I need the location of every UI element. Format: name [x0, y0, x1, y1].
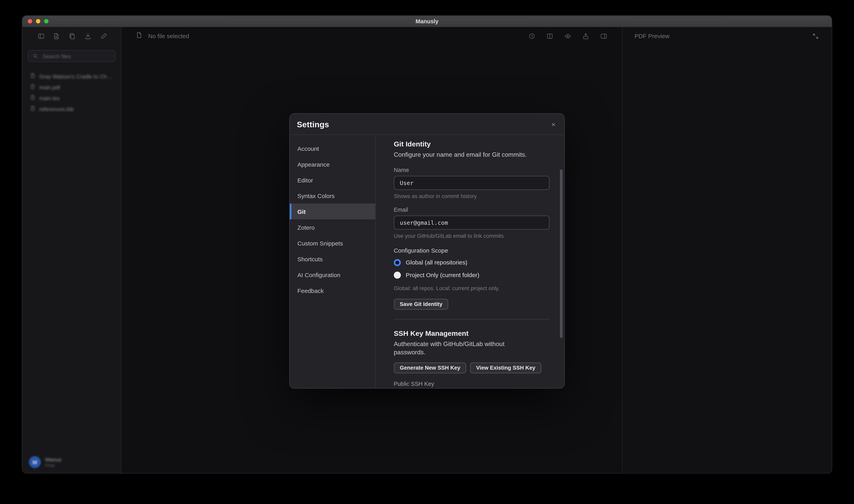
editor-toolbar: No file selected — [121, 27, 622, 45]
settings-nav-feedback[interactable]: Feedback — [290, 283, 375, 298]
file-list-item[interactable]: main.tex — [22, 92, 121, 103]
panel-toggle-icon[interactable] — [599, 32, 608, 40]
generate-new-ssh-key-button[interactable]: Generate New SSH Key — [394, 362, 466, 373]
scope-option-project[interactable]: Project Only (current folder) — [394, 271, 550, 278]
user-account[interactable]: M Manus Free — [29, 456, 61, 468]
radio-selected-icon[interactable] — [394, 259, 401, 266]
file-name: main.pdf — [39, 84, 60, 90]
name-hint: Shows as author in commit history — [394, 193, 550, 199]
window-title: Manusly — [415, 18, 439, 24]
import-icon[interactable] — [84, 32, 92, 40]
settings-nav-git[interactable]: Git — [290, 203, 375, 219]
avatar: M — [29, 456, 41, 468]
scope-option-label: Global (all repositories) — [406, 259, 467, 266]
user-name: Manus — [45, 456, 62, 462]
scope-option-global[interactable]: Global (all repositories) — [394, 259, 550, 266]
close-icon[interactable]: × — [550, 120, 557, 129]
name-field[interactable] — [394, 176, 550, 190]
file-list: Gray Watson's Cradle to Chan... main.pdf… — [22, 71, 121, 114]
settings-nav-ai-configuration[interactable]: AI Configuration — [290, 267, 375, 283]
copy-icon[interactable] — [68, 32, 76, 40]
ssh-buttons-row: Generate New SSH Key View Existing SSH K… — [394, 362, 550, 373]
git-identity-description: Configure your name and email for Git co… — [394, 151, 550, 159]
search-input[interactable] — [41, 53, 110, 60]
zoom-window-button[interactable] — [44, 19, 49, 23]
search-box — [28, 50, 115, 62]
sidebar-toggle-icon[interactable] — [37, 32, 45, 40]
settings-nav-account[interactable]: Account — [290, 140, 375, 156]
settings-title: Settings — [297, 120, 329, 129]
minimize-window-button[interactable] — [36, 19, 40, 23]
ssh-key-management-heading: SSH Key Management — [394, 329, 550, 337]
export-icon[interactable] — [581, 32, 590, 40]
pdf-preview-panel: PDF Preview — [622, 27, 832, 473]
file-icon — [30, 73, 36, 79]
file-list-item[interactable]: Gray Watson's Cradle to Chan... — [22, 71, 121, 82]
scope-hint: Global: all repos. Local: current projec… — [394, 285, 550, 291]
pdf-preview-header: PDF Preview — [623, 27, 832, 45]
save-git-identity-button[interactable]: Save Git Identity — [394, 299, 448, 309]
preview-eye-icon[interactable] — [563, 32, 572, 40]
sidebar-toolbar — [37, 32, 108, 40]
close-window-button[interactable] — [28, 19, 32, 23]
name-label: Name — [394, 166, 550, 173]
settings-nav-appearance[interactable]: Appearance — [290, 156, 375, 172]
history-icon[interactable] — [527, 32, 536, 40]
file-icon — [30, 106, 36, 112]
traffic-lights — [28, 19, 49, 23]
settings-nav-custom-snippets[interactable]: Custom Snippets — [290, 235, 375, 251]
user-plan: Free — [45, 462, 62, 468]
sidebar: Gray Watson's Cradle to Chan... main.pdf… — [22, 27, 121, 473]
settings-modal-header: Settings × — [290, 114, 564, 135]
file-list-item[interactable]: references.bib — [22, 103, 121, 114]
file-icon — [30, 95, 36, 101]
settings-nav-syntax-colors[interactable]: Syntax Colors — [290, 188, 375, 203]
edit-pen-icon[interactable] — [99, 32, 108, 40]
pdf-preview-title: PDF Preview — [635, 33, 670, 39]
file-icon — [30, 84, 36, 90]
editor-status-text: No file selected — [148, 33, 189, 39]
git-identity-heading: Git Identity — [394, 140, 550, 148]
settings-nav-editor[interactable]: Editor — [290, 172, 375, 188]
modal-scrollbar-thumb[interactable] — [560, 169, 563, 338]
settings-nav-zotero[interactable]: Zotero — [290, 219, 375, 235]
email-hint: Use your GitHub/GitLab email to link com… — [394, 233, 550, 238]
file-name: Gray Watson's Cradle to Chan... — [39, 73, 113, 79]
email-field[interactable] — [394, 215, 550, 230]
expand-icon[interactable] — [811, 32, 820, 40]
view-existing-ssh-key-button[interactable]: View Existing SSH Key — [470, 362, 541, 373]
ssh-description: Authenticate with GitHub/GitLab without … — [394, 340, 516, 357]
settings-modal-body: Account Appearance Editor Syntax Colors … — [290, 135, 564, 389]
search-icon — [33, 51, 38, 61]
scope-option-label: Project Only (current folder) — [406, 272, 479, 278]
section-divider — [394, 319, 550, 319]
email-label: Email — [394, 206, 550, 213]
file-list-item[interactable]: main.pdf — [22, 82, 121, 92]
radio-unselected-icon[interactable] — [394, 271, 401, 278]
screen: Manusly — [0, 0, 854, 504]
editor-toolbar-actions — [527, 32, 608, 40]
settings-modal: Settings × Account Appearance Editor Syn… — [289, 113, 565, 389]
configuration-scope-label: Configuration Scope — [394, 247, 550, 253]
titlebar: Manusly — [22, 16, 832, 27]
document-icon — [136, 31, 143, 41]
settings-nav: Account Appearance Editor Syntax Colors … — [290, 135, 376, 389]
settings-nav-shortcuts[interactable]: Shortcuts — [290, 251, 375, 267]
public-ssh-key-label: Public SSH Key — [394, 380, 550, 387]
split-view-icon[interactable] — [545, 32, 554, 40]
file-name: main.tex — [39, 95, 60, 101]
file-name: references.bib — [39, 106, 74, 112]
new-file-icon[interactable] — [52, 32, 61, 40]
settings-content: Git Identity Configure your name and ema… — [376, 135, 564, 389]
